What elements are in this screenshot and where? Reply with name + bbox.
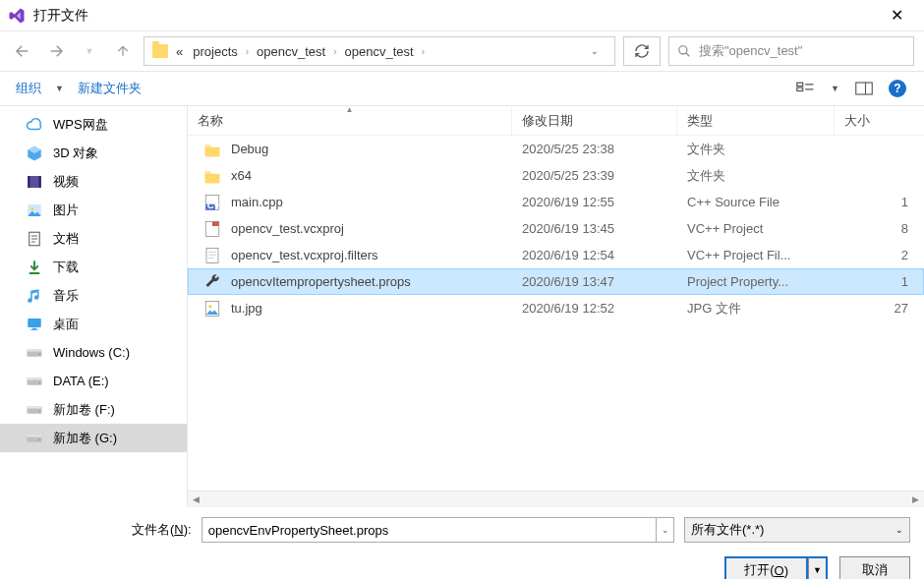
column-date[interactable]: 修改日期 xyxy=(512,106,677,135)
refresh-button[interactable] xyxy=(623,36,661,66)
proj-icon xyxy=(203,220,221,238)
sidebar-item[interactable]: 下载 xyxy=(0,253,187,281)
jpg-icon xyxy=(203,300,221,318)
navbar: ▼ « projects › opencv_test › opencv_test… xyxy=(0,31,924,71)
cpp-icon: C++ xyxy=(203,194,221,211)
sidebar-item-label: 桌面 xyxy=(53,316,79,333)
footer: 文件名(N): ⌄ 所有文件(*.*) ⌄ 打开(O) ▼ 取消 xyxy=(0,507,924,579)
sidebar-item[interactable]: DATA (E:) xyxy=(0,367,187,395)
file-type: VC++ Project Fil... xyxy=(677,248,835,262)
back-button[interactable] xyxy=(10,38,35,64)
close-button[interactable]: ✕ xyxy=(877,6,916,25)
file-date: 2020/5/25 23:38 xyxy=(512,142,677,156)
column-type[interactable]: 类型 xyxy=(677,106,835,135)
chevron-down-icon[interactable]: ▼ xyxy=(825,84,845,93)
nav-tree[interactable]: WPS网盘3D 对象视频图片文档下载音乐桌面Windows (C:)DATA (… xyxy=(0,106,187,507)
scroll-left-icon[interactable]: ◀ xyxy=(188,494,204,504)
sidebar-item[interactable]: 新加卷 (F:) xyxy=(0,395,187,424)
svg-point-24 xyxy=(39,438,41,440)
address-bar[interactable]: « projects › opencv_test › opencv_test ›… xyxy=(144,36,615,66)
search-box[interactable]: 搜索"opencv_test" xyxy=(668,36,914,66)
file-date: 2020/6/19 13:45 xyxy=(512,221,677,236)
recent-dropdown[interactable]: ▼ xyxy=(77,38,102,64)
sidebar-item-label: 3D 对象 xyxy=(53,145,98,162)
sidebar-item[interactable]: WPS网盘 xyxy=(0,110,187,139)
file-date: 2020/5/25 23:39 xyxy=(512,168,677,183)
wrench-icon xyxy=(203,273,221,291)
file-name: opencv_test.vcxproj.filters xyxy=(231,248,378,262)
file-name: opencvItempropertysheet.props xyxy=(231,274,411,289)
file-filter-select[interactable]: 所有文件(*.*) ⌄ xyxy=(684,517,910,543)
address-dropdown[interactable]: ⌄ xyxy=(583,46,606,56)
sidebar-item-label: 下载 xyxy=(53,259,79,276)
file-date: 2020/6/19 12:54 xyxy=(512,248,677,262)
svg-rect-10 xyxy=(28,318,41,327)
sidebar-item-label: 新加卷 (F:) xyxy=(53,401,115,419)
svg-rect-1 xyxy=(797,83,803,86)
sidebar-item-label: DATA (E:) xyxy=(53,374,109,388)
file-row[interactable]: opencv_test.vcxproj 2020/6/19 13:45 VC++… xyxy=(188,215,924,242)
sidebar-item[interactable]: 视频 xyxy=(0,167,187,196)
doc-icon xyxy=(26,230,43,248)
download-icon xyxy=(26,259,43,276)
svg-rect-29 xyxy=(212,221,219,226)
forward-button[interactable] xyxy=(43,38,69,64)
chevron-right-icon: › xyxy=(422,46,425,57)
sidebar-item[interactable]: Windows (C:) xyxy=(0,338,187,367)
view-button[interactable] xyxy=(791,76,821,101)
folder-icon xyxy=(203,141,221,158)
sidebar-item-label: 新加卷 (G:) xyxy=(53,430,117,447)
sidebar-item[interactable]: 桌面 xyxy=(0,310,187,338)
sidebar-item[interactable]: 音乐 xyxy=(0,281,187,310)
horizontal-scrollbar[interactable]: ◀ ▶ xyxy=(188,491,924,507)
drive-icon xyxy=(26,344,43,362)
file-row[interactable]: Debug 2020/5/25 23:38 文件夹 xyxy=(188,136,924,162)
file-row[interactable]: tu.jpg 2020/6/19 12:52 JPG 文件 27 xyxy=(188,295,924,321)
filename-dropdown[interactable]: ⌄ xyxy=(657,517,674,543)
cloud-icon xyxy=(26,116,43,134)
chevron-right-icon: › xyxy=(246,46,249,57)
svg-rect-14 xyxy=(28,349,42,351)
sidebar-item[interactable]: 图片 xyxy=(0,196,187,224)
film-icon xyxy=(26,173,43,191)
file-type: Project Property... xyxy=(677,274,835,289)
file-list[interactable]: Debug 2020/5/25 23:38 文件夹 x64 2020/5/25 … xyxy=(188,136,924,491)
file-row[interactable]: opencvItempropertysheet.props 2020/6/19 … xyxy=(188,268,924,295)
file-row[interactable]: C++main.cpp 2020/6/19 12:55 C++ Source F… xyxy=(188,189,924,215)
help-button[interactable]: ? xyxy=(883,76,912,101)
search-placeholder: 搜索"opencv_test" xyxy=(699,42,802,60)
svg-point-0 xyxy=(679,46,687,54)
titlebar: 打开文件 ✕ xyxy=(0,0,924,31)
open-split-dropdown[interactable]: ▼ xyxy=(808,556,828,579)
file-row[interactable]: x64 2020/5/25 23:39 文件夹 xyxy=(188,162,924,189)
file-area: 名称▲ 修改日期 类型 大小 Debug 2020/5/25 23:38 文件夹… xyxy=(187,106,924,507)
scroll-right-icon[interactable]: ▶ xyxy=(907,494,924,504)
up-button[interactable] xyxy=(110,38,136,64)
desktop-icon xyxy=(26,316,43,333)
sidebar-item[interactable]: 文档 xyxy=(0,224,187,253)
svg-rect-11 xyxy=(32,327,37,329)
filename-input[interactable] xyxy=(202,517,657,543)
open-button[interactable]: 打开(O) xyxy=(724,556,808,579)
cancel-button[interactable]: 取消 xyxy=(839,556,910,579)
toolbar: 组织 ▼ 新建文件夹 ▼ ? xyxy=(0,71,924,106)
help-icon: ? xyxy=(889,80,906,97)
new-folder-button[interactable]: 新建文件夹 xyxy=(74,76,145,101)
column-size[interactable]: 大小 xyxy=(835,106,924,135)
column-name[interactable]: 名称▲ xyxy=(188,106,512,135)
breadcrumb-opencv-test-2[interactable]: opencv_test xyxy=(343,44,416,59)
folder-icon xyxy=(203,167,221,185)
sidebar-item[interactable]: 新加卷 (G:) xyxy=(0,424,187,452)
button-row: 打开(O) ▼ 取消 xyxy=(14,556,910,579)
breadcrumb-projects[interactable]: projects xyxy=(191,44,240,59)
svg-rect-2 xyxy=(797,87,803,90)
breadcrumb-root[interactable]: « xyxy=(174,44,185,59)
file-row[interactable]: opencv_test.vcxproj.filters 2020/6/19 12… xyxy=(188,242,924,268)
preview-pane-button[interactable] xyxy=(849,76,879,101)
sidebar-item[interactable]: 3D 对象 xyxy=(0,139,187,167)
organize-button[interactable]: 组织 xyxy=(12,76,45,101)
drive-icon xyxy=(26,373,43,390)
svg-rect-6 xyxy=(39,176,41,188)
chevron-down-icon[interactable]: ▼ xyxy=(49,84,70,93)
breadcrumb-opencv-test-1[interactable]: opencv_test xyxy=(255,44,327,59)
